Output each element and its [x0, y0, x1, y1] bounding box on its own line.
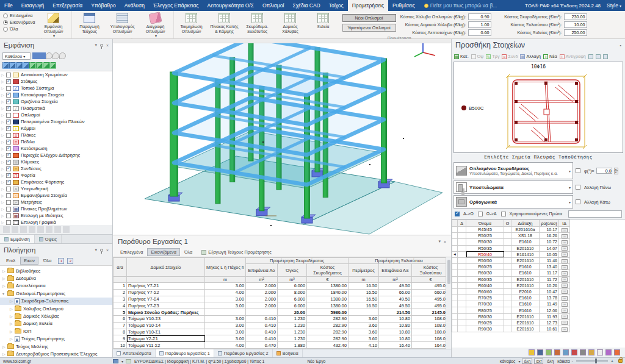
workspace-filter-tab[interactable]: Όλα [181, 248, 196, 256]
section-name-cell[interactable]: R45/45 [466, 227, 504, 233]
properties-icon[interactable] [37, 226, 44, 233]
table-cell[interactable]: Πυρήνας Υ7-Σ2 [127, 289, 205, 296]
checkbox[interactable] [6, 220, 11, 225]
column-header[interactable]: Όνομα [466, 220, 504, 227]
table-cell[interactable]: 4.10 [348, 342, 378, 349]
table-cell[interactable]: ··· [559, 264, 570, 270]
checkbox[interactable] [6, 133, 11, 138]
table-cell[interactable]: 108.00 [411, 329, 449, 335]
display-tree-item[interactable]: ▷Οριζόντια Στοιχεία [0, 98, 112, 105]
show-reinforcement-button[interactable]: Εμφάνιση Οπλισμών ▾ [38, 12, 70, 38]
menu-tab-12[interactable]: Ρυθμίσεις [388, 0, 419, 11]
table-cell[interactable]: 1380.00 [306, 283, 348, 290]
table-cell[interactable]: 9 [114, 335, 127, 342]
table-cell[interactable] [504, 239, 511, 245]
table-cell[interactable]: 13.78 [540, 295, 559, 301]
navigation-tree-item[interactable]: ▷Σκυρόδεμα-Ξυλότυπος [0, 298, 112, 305]
display-tree-item[interactable]: ▷+Κόμβοι [0, 125, 112, 132]
checkbox[interactable] [6, 173, 11, 178]
navigation-tree-item[interactable]: ▷Δομική Ξυλεία [0, 320, 112, 327]
table-cell[interactable]: 16.26 [540, 233, 559, 239]
table-cell[interactable]: 4.00 [205, 342, 246, 349]
expander-icon[interactable]: ▷ [1, 113, 6, 117]
table-cell[interactable]: 495.00 [411, 283, 449, 290]
section-row[interactable]: R90/30E20161010.61··· [452, 326, 570, 332]
table-cell[interactable]: 10.80 [378, 329, 411, 335]
table-cell[interactable]: Τοίχωμα Υ11-Σ2 [127, 342, 205, 349]
table-cell[interactable]: 11.72 [540, 276, 559, 282]
expander-icon[interactable]: ▷ [10, 337, 15, 341]
cost-input[interactable] [564, 29, 587, 36]
display-tree-item[interactable]: ▷∠Τοπικό Σύστημα [0, 85, 112, 91]
display-tree-item[interactable]: ▷Πεπερασμένα Στοιχεία Πλακών [0, 118, 112, 125]
table-cell[interactable]: ··· [559, 288, 570, 294]
cost-input[interactable] [564, 13, 587, 20]
more-button[interactable]: ··· [562, 290, 568, 294]
chevron-down-icon[interactable]: ▾ [438, 239, 441, 244]
more-button[interactable]: ··· [562, 271, 568, 276]
table-cell[interactable] [458, 276, 466, 282]
cost-input[interactable] [468, 13, 491, 20]
expander-icon[interactable]: ▷ [1, 193, 6, 198]
expander-icon[interactable]: ▷ [10, 321, 15, 326]
website-link[interactable]: www.tol.com.gr [0, 359, 113, 363]
table-cell[interactable]: 14.07 [540, 245, 559, 251]
close-icon[interactable]: × [106, 248, 109, 252]
section-name-cell[interactable]: R50/35 [466, 245, 504, 251]
expander-icon[interactable]: ▷ [1, 187, 6, 191]
table-cell[interactable]: 6 [114, 315, 127, 322]
more-button[interactable]: ··· [562, 265, 568, 269]
vertical-scrollbar[interactable] [446, 257, 451, 349]
table-cell[interactable]: 214.50 [378, 309, 411, 316]
display-tree-item[interactable]: ▷/Πλασματικά [0, 105, 112, 112]
table-cell[interactable]: ··· [559, 326, 570, 332]
table-cell[interactable]: ··· [559, 301, 570, 307]
Αλλαγή-button[interactable]: ▦Αλλαγή [520, 54, 541, 59]
more-button[interactable]: ··· [562, 315, 568, 319]
zoom-window-icon[interactable] [46, 52, 52, 59]
table-cell[interactable] [458, 227, 466, 233]
table-cell[interactable]: E1610 [511, 264, 540, 270]
table-cell[interactable] [452, 257, 458, 263]
table-row[interactable]: 6Τοίχωμα Υ10-Σ33.000.4101.230282.903.601… [114, 315, 450, 322]
table-cell[interactable]: ··· [559, 227, 570, 233]
table-cell[interactable]: E201610 [511, 319, 540, 326]
expander-icon[interactable]: ▷ [1, 120, 6, 124]
table-cell[interactable]: 11.49 [540, 301, 559, 307]
table-cell[interactable]: 16.50 [348, 302, 378, 309]
section-row[interactable]: R70/25E161013.78··· [452, 295, 570, 301]
palette-icon[interactable] [614, 349, 620, 355]
section-preview[interactable]: 10Φ16 B500C [453, 62, 623, 153]
table-cell[interactable]: 10.80 [378, 322, 411, 329]
expander-icon[interactable]: ▷ [1, 153, 6, 157]
magnifier-icon[interactable] [596, 54, 601, 59]
checkbox[interactable] [6, 126, 11, 131]
table-cell[interactable] [452, 270, 458, 276]
expander-icon[interactable]: ▷ [2, 269, 7, 273]
table-cell[interactable]: 1 [114, 283, 127, 290]
cost-input[interactable] [468, 29, 491, 36]
section-row[interactable]: R50/35E20161014.07··· [452, 245, 570, 251]
table-cell[interactable]: 108.00 [411, 315, 449, 322]
blank-icon[interactable] [597, 349, 603, 355]
table-cell[interactable] [504, 326, 511, 332]
section-row[interactable]: R45/45E201610a10.17··· [452, 227, 570, 233]
table-cell[interactable]: 6.000 [277, 296, 306, 302]
expander-icon[interactable]: ▷ [1, 106, 6, 110]
chart-icon[interactable] [563, 349, 569, 355]
quantity-button-1[interactable]: Τεκμηρίωση Οπλισμών [176, 12, 208, 34]
table-mode-icon[interactable] [126, 359, 131, 363]
table-cell[interactable]: Τοίχωμα Υ10-Σ3 [127, 315, 205, 322]
table-cell[interactable] [348, 309, 378, 316]
layers-icon[interactable] [603, 54, 608, 59]
checkbox[interactable] [6, 106, 11, 111]
calc-button-1[interactable]: Παραγωγή Τεύχους [74, 12, 106, 34]
table-cell[interactable]: ··· [559, 251, 570, 257]
toggle-button-1[interactable]: Νέοι Οπλισμοί [342, 14, 396, 22]
select-remove-icon[interactable] [12, 226, 18, 233]
section-name-cell[interactable]: R60/25 [466, 264, 504, 270]
checkbox[interactable] [6, 73, 11, 77]
table-cell[interactable] [205, 309, 246, 316]
expand-icon[interactable] [46, 226, 52, 233]
navigation-tree-item[interactable]: ▷Δευτεροβάθμιος Προσεισμικός Έλεγχος [0, 350, 112, 357]
